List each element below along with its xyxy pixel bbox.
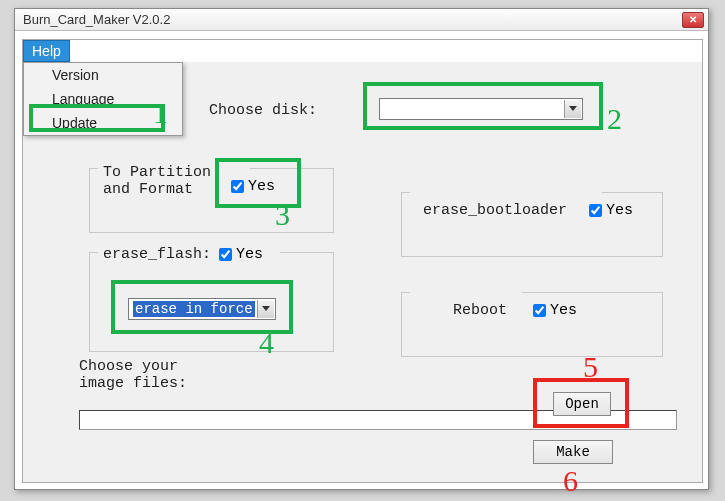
choose-image-label: Choose your image files: [79,358,229,392]
erase-mode-combo[interactable]: erase in force [128,298,276,320]
annotation-number-2: 2 [607,102,622,136]
erase-flash-yes-text: Yes [236,246,263,263]
partition-yes-check[interactable]: Yes [231,178,275,195]
erase-flash-yes-check[interactable]: Yes [219,246,263,263]
erase-bootloader-yes-text: Yes [606,202,633,219]
erase-bootloader-yes-check[interactable]: Yes [589,202,633,219]
erase-flash-yes-input[interactable] [219,248,232,261]
help-menu[interactable]: Help [23,40,70,62]
choose-disk-label: Choose disk: [209,102,317,119]
client-area: Help Version Language Update Choose disk… [22,39,703,483]
close-button[interactable]: ✕ [682,12,704,28]
menu-language[interactable]: Language [24,87,182,111]
menubar: Help [23,40,702,62]
partition-label: To Partition and Format [103,164,213,198]
open-button[interactable]: Open [553,392,611,416]
help-dropdown: Version Language Update [23,62,183,136]
chevron-down-icon [564,100,581,118]
menu-update[interactable]: Update [24,111,182,135]
annotation-number-6: 6 [563,464,578,498]
erase-mode-value: erase in force [133,301,255,317]
erase-flash-label: erase_flash: [103,246,211,263]
make-button[interactable]: Make [533,440,613,464]
disk-combo[interactable] [379,98,583,120]
app-window: Burn_Card_Maker V2.0.2 ✕ Help Version La… [14,8,709,490]
reboot-yes-input[interactable] [533,304,546,317]
window-title: Burn_Card_Maker V2.0.2 [23,12,170,27]
partition-yes-text: Yes [248,178,275,195]
reboot-label: Reboot [453,302,507,319]
reboot-yes-check[interactable]: Yes [533,302,577,319]
erase-bootloader-label: erase_bootloader [423,202,567,219]
reboot-group [401,292,663,357]
chevron-down-icon [257,300,274,318]
erase-bootloader-yes-input[interactable] [589,204,602,217]
titlebar: Burn_Card_Maker V2.0.2 ✕ [15,9,708,31]
partition-yes-input[interactable] [231,180,244,193]
menu-version[interactable]: Version [24,63,182,87]
reboot-yes-text: Yes [550,302,577,319]
